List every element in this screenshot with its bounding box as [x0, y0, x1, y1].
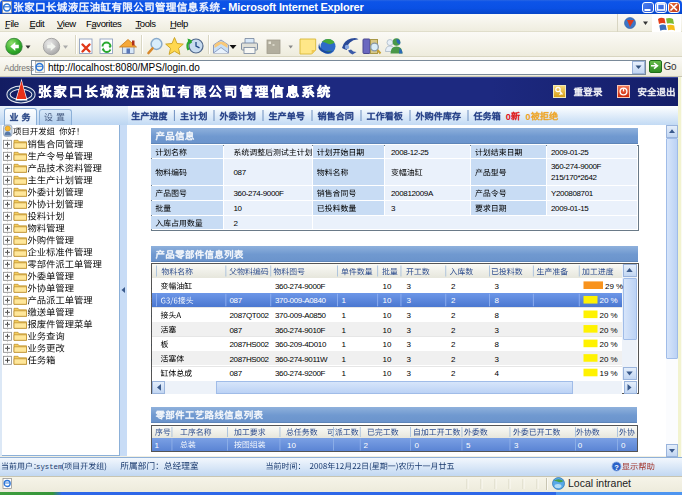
svg-text:3: 3	[495, 326, 500, 335]
svg-text:7: 7	[147, 368, 152, 378]
svg-text:2009-01-25: 2009-01-25	[551, 148, 589, 157]
svg-text:0: 0	[621, 441, 626, 450]
svg-text:370-009-A0840: 370-009-A0840	[275, 296, 327, 305]
svg-text:1: 1	[342, 340, 347, 349]
svg-text:0: 0	[415, 441, 420, 450]
svg-text:3: 3	[391, 204, 396, 213]
svg-text:20 %: 20 %	[600, 326, 618, 335]
svg-text:4: 4	[495, 369, 500, 378]
svg-text:Address: Address	[4, 63, 34, 73]
svg-text:0: 0	[578, 441, 583, 450]
svg-text:3: 3	[407, 355, 412, 364]
svg-text:1: 1	[147, 281, 152, 291]
svg-text:10: 10	[383, 355, 392, 364]
svg-text:2: 2	[451, 296, 456, 305]
svg-text:2: 2	[451, 326, 456, 335]
svg-text:10: 10	[234, 204, 243, 213]
svg-text:10: 10	[383, 369, 392, 378]
svg-text:2087QT002: 2087QT002	[230, 311, 270, 320]
svg-text:29 %: 29 %	[605, 282, 623, 291]
svg-text:2: 2	[364, 441, 369, 450]
svg-text:2009-01-15: 2009-01-15	[551, 204, 589, 213]
svg-text:2: 2	[451, 340, 456, 349]
svg-text:087: 087	[230, 326, 243, 335]
svg-text:8: 8	[495, 340, 500, 349]
svg-text:http://localhost:8080/MPS/logi: http://localhost:8080/MPS/login.do	[48, 62, 200, 73]
svg-text:10: 10	[383, 326, 392, 335]
svg-text:3: 3	[407, 282, 412, 291]
svg-text:360-274-9200F: 360-274-9200F	[275, 369, 326, 378]
svg-text:10: 10	[383, 340, 392, 349]
svg-text:system: system	[36, 463, 62, 471]
svg-text:1: 1	[342, 369, 347, 378]
svg-text:360-274-9000F: 360-274-9000F	[275, 282, 326, 291]
svg-text:1: 1	[342, 311, 347, 320]
svg-text:360-274-9000F: 360-274-9000F	[551, 162, 602, 171]
svg-text:3: 3	[407, 340, 412, 349]
svg-text:Local intranet: Local intranet	[568, 477, 631, 489]
svg-text:3: 3	[514, 441, 519, 450]
svg-text:370-009-A0850: 370-009-A0850	[275, 311, 327, 320]
svg-text:087: 087	[234, 168, 247, 177]
svg-text:2: 2	[451, 282, 456, 291]
svg-text:6: 6	[147, 354, 152, 364]
svg-text:1: 1	[342, 355, 347, 364]
svg-text:0: 0	[526, 112, 531, 122]
svg-text:- Microsoft Internet Explorer: - Microsoft Internet Explorer	[222, 1, 364, 13]
svg-text:Tools: Tools	[136, 18, 157, 29]
svg-text:Favorites: Favorites	[86, 18, 122, 29]
svg-text:5: 5	[147, 339, 152, 349]
svg-text:200812009A: 200812009A	[391, 189, 434, 198]
svg-text:360-274-9011W: 360-274-9011W	[275, 355, 328, 364]
svg-text:File: File	[5, 18, 19, 29]
svg-text:10: 10	[383, 311, 392, 320]
svg-text:Y200808701: Y200808701	[551, 189, 594, 198]
svg-text:8: 8	[495, 311, 500, 320]
svg-text:0: 0	[506, 112, 511, 122]
svg-text:10: 10	[383, 282, 392, 291]
svg-text:215/170*2642: 215/170*2642	[551, 173, 598, 182]
svg-text:2008-12-25: 2008-12-25	[391, 148, 429, 157]
svg-text:5: 5	[466, 441, 471, 450]
svg-text:2: 2	[451, 369, 456, 378]
svg-text:20 %: 20 %	[600, 340, 618, 349]
svg-text:3: 3	[407, 296, 412, 305]
svg-text:Help: Help	[170, 18, 188, 29]
svg-text:19 %: 19 %	[600, 369, 618, 378]
svg-text:Edit: Edit	[30, 18, 46, 29]
svg-text:3: 3	[147, 310, 152, 320]
svg-text:2087HS002: 2087HS002	[230, 340, 270, 349]
svg-text:2: 2	[234, 219, 239, 228]
svg-text:087: 087	[230, 369, 243, 378]
svg-text:360-274-9010F: 360-274-9010F	[275, 326, 326, 335]
svg-text:4: 4	[147, 325, 152, 335]
svg-text:8: 8	[495, 296, 500, 305]
svg-text:20 %: 20 %	[600, 355, 618, 364]
svg-text:20 %: 20 %	[600, 311, 618, 320]
svg-text:?: ?	[614, 463, 619, 472]
svg-text:View: View	[57, 18, 76, 29]
svg-text:10: 10	[383, 296, 392, 305]
svg-text:2: 2	[451, 355, 456, 364]
svg-text:3: 3	[495, 282, 500, 291]
svg-text:3: 3	[495, 355, 500, 364]
svg-text:2087HS002: 2087HS002	[230, 355, 270, 364]
svg-text:2: 2	[451, 311, 456, 320]
svg-text:3: 3	[407, 326, 412, 335]
svg-text:087: 087	[230, 296, 243, 305]
svg-text:3: 3	[407, 369, 412, 378]
svg-text:10: 10	[287, 441, 296, 450]
svg-text:360-209-4D010: 360-209-4D010	[275, 340, 327, 349]
svg-text:1: 1	[155, 441, 160, 450]
svg-text:20 %: 20 %	[600, 296, 618, 305]
svg-text:2: 2	[147, 295, 152, 305]
svg-text:Go: Go	[664, 61, 677, 72]
svg-text:3: 3	[407, 311, 412, 320]
svg-text:1: 1	[342, 296, 347, 305]
svg-text:1: 1	[342, 326, 347, 335]
svg-text:360-274-9000F: 360-274-9000F	[234, 189, 285, 198]
